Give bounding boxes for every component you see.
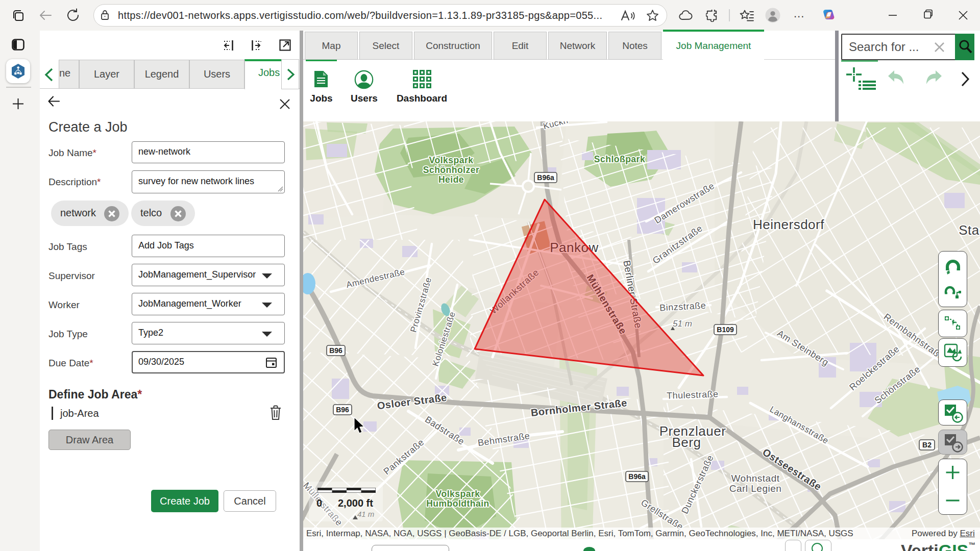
svg-text:B96a: B96a <box>537 173 554 182</box>
svg-text:Berg: Berg <box>672 435 701 450</box>
svg-text:B109: B109 <box>717 325 734 334</box>
svg-text:Carl Legien: Carl Legien <box>729 483 782 494</box>
svg-text:B2: B2 <box>922 441 932 449</box>
svg-text:Volkspark: Volkspark <box>436 489 480 499</box>
svg-text:B96: B96 <box>329 346 342 355</box>
svg-text:B96a: B96a <box>628 472 646 481</box>
svg-text:Humboldthain: Humboldthain <box>426 498 489 509</box>
svg-text:Heide: Heide <box>438 174 464 185</box>
svg-text:Heinersdorf: Heinersdorf <box>753 217 824 232</box>
svg-text:51 m: 51 m <box>673 319 692 329</box>
svg-text:Wohnstadt: Wohnstadt <box>731 473 780 484</box>
svg-text:Volkspark: Volkspark <box>429 155 474 165</box>
svg-text:Thulestraße: Thulestraße <box>667 389 719 401</box>
svg-text:B96: B96 <box>336 406 349 414</box>
svg-text:Stad: Stad <box>959 222 980 238</box>
svg-text:Schloßpark: Schloßpark <box>594 154 645 164</box>
svg-text:Schönholzer: Schönholzer <box>423 165 480 175</box>
